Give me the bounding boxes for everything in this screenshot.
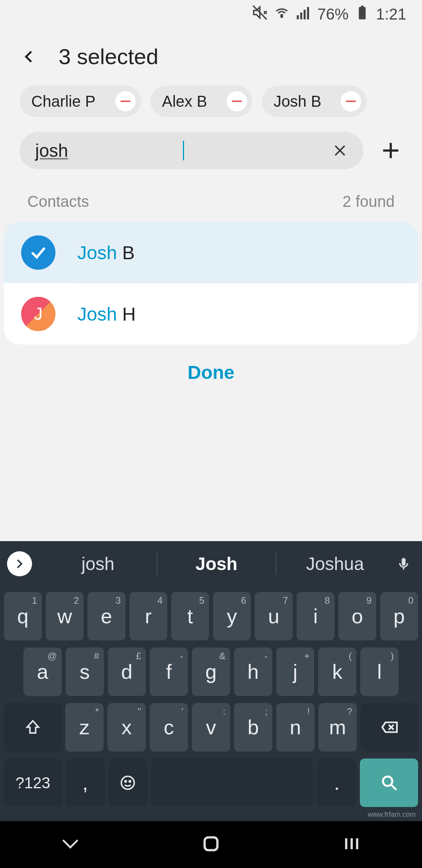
key-superscript: ?	[347, 706, 352, 717]
name-rest: B	[117, 242, 134, 263]
key-r[interactable]: r4	[129, 592, 167, 640]
key-superscript: "	[138, 706, 141, 717]
avatar: J	[21, 297, 55, 331]
text-cursor	[183, 141, 184, 160]
name-rest: H	[117, 304, 136, 325]
key-superscript: 7	[283, 595, 288, 606]
key-rows: q1w2e3r4t5y6u7i8o9p0 a@s#d£f-g&h-j+k(l) …	[0, 586, 422, 807]
key-f[interactable]: f-	[150, 647, 188, 696]
key-y[interactable]: y6	[213, 592, 251, 640]
key-z[interactable]: z*	[65, 703, 104, 751]
chip-label: Josh B	[274, 93, 321, 110]
key-l[interactable]: l)	[360, 647, 399, 696]
suggestion[interactable]: Joshua	[276, 553, 394, 574]
key-m[interactable]: m?	[318, 703, 357, 751]
key-c[interactable]: c'	[150, 703, 188, 751]
avatar-initial: J	[34, 304, 43, 324]
key-superscript: #	[94, 651, 99, 662]
key-p[interactable]: p0	[380, 592, 418, 640]
key-superscript: -	[180, 651, 183, 662]
svg-rect-3	[304, 10, 306, 20]
key-superscript: ;	[265, 706, 268, 717]
key-superscript: '	[181, 706, 183, 717]
expand-suggestions-button[interactable]	[7, 551, 32, 576]
chip-label: Alex B	[162, 93, 207, 110]
mute-icon	[252, 4, 268, 24]
key-row-1: q1w2e3r4t5y6u7i8o9p0	[2, 592, 420, 640]
key-t[interactable]: t5	[171, 592, 209, 640]
key-o[interactable]: o9	[338, 592, 376, 640]
search-field[interactable]: josh	[20, 132, 363, 169]
key-a[interactable]: a@	[23, 647, 62, 696]
search-key[interactable]	[360, 759, 418, 807]
key-q[interactable]: q1	[4, 592, 42, 640]
key-u[interactable]: u7	[255, 592, 293, 640]
contact-row[interactable]: J Josh H	[4, 283, 418, 344]
key-i[interactable]: i8	[297, 592, 334, 640]
symbols-key[interactable]: ?123	[4, 759, 62, 807]
period-key[interactable]: .	[317, 759, 356, 807]
shift-key[interactable]	[4, 703, 61, 751]
key-j[interactable]: j+	[276, 647, 315, 696]
chip-remove-button[interactable]	[341, 91, 361, 111]
nav-home-button[interactable]	[200, 833, 222, 856]
key-s[interactable]: s#	[66, 647, 104, 696]
contact-name: Josh B	[77, 242, 135, 264]
key-h[interactable]: h-	[234, 647, 272, 696]
key-g[interactable]: g&	[192, 647, 230, 696]
header: 3 selected	[0, 28, 422, 81]
key-superscript: )	[391, 651, 394, 662]
svg-rect-1	[297, 15, 299, 20]
selected-chips: Charlie P Alex B Josh B	[0, 81, 422, 129]
contact-list: Josh B J Josh H	[4, 222, 418, 344]
chip: Alex B	[150, 86, 253, 117]
suggestion[interactable]: josh	[39, 553, 157, 574]
svg-point-11	[383, 777, 392, 786]
key-superscript: 9	[367, 595, 372, 606]
key-b[interactable]: b;	[234, 703, 272, 751]
key-k[interactable]: k(	[318, 647, 356, 696]
key-superscript: &	[219, 651, 225, 662]
nav-recents-button[interactable]	[59, 833, 81, 856]
key-n[interactable]: n!	[276, 703, 315, 751]
status-time: 1:21	[376, 5, 406, 23]
chip-label: Charlie P	[31, 93, 96, 110]
key-e[interactable]: e3	[88, 592, 125, 640]
key-row-2: a@s#d£f-g&h-j+k(l)	[2, 647, 420, 696]
key-superscript: !	[307, 706, 310, 717]
add-button[interactable]	[379, 139, 402, 162]
key-superscript: 1	[32, 595, 37, 606]
svg-point-10	[129, 781, 131, 782]
back-button[interactable]	[20, 47, 39, 66]
backspace-key[interactable]	[361, 703, 418, 751]
suggestion[interactable]: Josh	[157, 553, 275, 574]
key-v[interactable]: v:	[192, 703, 230, 751]
space-key[interactable]	[151, 759, 314, 807]
search-row: josh	[0, 132, 422, 169]
svg-rect-4	[307, 7, 309, 20]
svg-rect-5	[359, 7, 366, 20]
comma-key[interactable]: ,	[66, 759, 105, 807]
voice-input-button[interactable]	[394, 556, 413, 572]
key-x[interactable]: x"	[107, 703, 146, 751]
key-w[interactable]: w2	[46, 592, 84, 640]
clear-search-button[interactable]	[332, 143, 348, 158]
contact-row[interactable]: Josh B	[4, 222, 418, 283]
chip-remove-button[interactable]	[227, 91, 247, 111]
chip-remove-button[interactable]	[115, 91, 136, 111]
key-d[interactable]: d£	[108, 647, 146, 696]
watermark: www.frfam.com	[368, 811, 416, 819]
emoji-key[interactable]	[109, 759, 147, 807]
avatar-selected	[21, 235, 55, 270]
battery-percent: 76%	[317, 5, 349, 23]
chip: Charlie P	[20, 86, 141, 117]
key-superscript: -	[265, 651, 268, 662]
nav-back-button[interactable]	[341, 833, 363, 856]
key-superscript: +	[304, 651, 309, 662]
contacts-label: Contacts	[27, 193, 89, 210]
search-input-text[interactable]: josh	[35, 140, 184, 161]
done-button[interactable]: Done	[0, 344, 422, 403]
key-superscript: 8	[325, 595, 330, 606]
svg-rect-2	[300, 13, 302, 20]
minus-icon	[232, 100, 242, 102]
